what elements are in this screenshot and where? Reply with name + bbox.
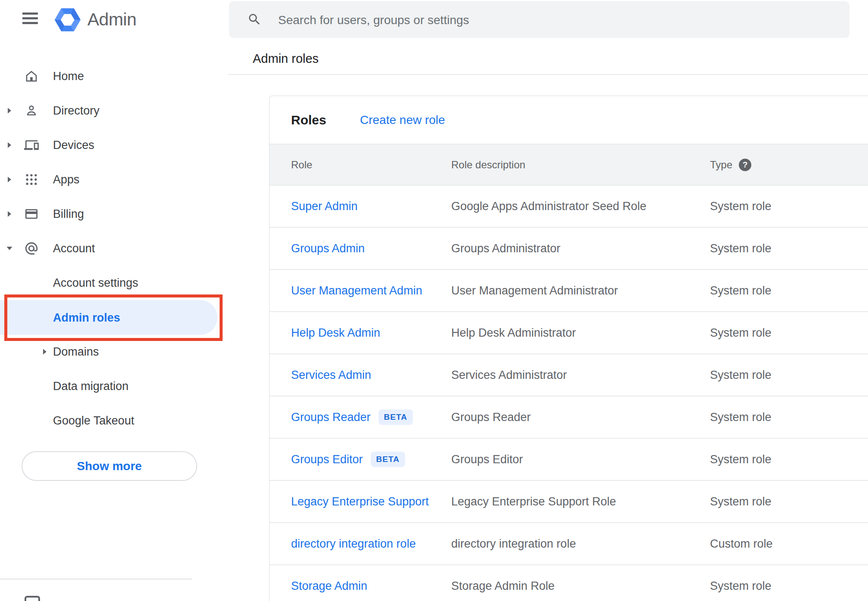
at-sign-icon — [24, 241, 39, 256]
admin-logo-icon[interactable] — [54, 6, 81, 33]
create-new-role-link[interactable]: Create new role — [360, 113, 445, 127]
chevron-right-icon[interactable] — [6, 211, 13, 217]
role-type: System role — [710, 326, 772, 340]
table-row: Legacy Enterprise Support Legacy Enterpr… — [270, 481, 868, 523]
column-header-description: Role description — [451, 159, 525, 171]
person-icon — [24, 103, 39, 118]
role-link[interactable]: Legacy Enterprise Support — [291, 495, 429, 508]
table-row: Groups Reader BETA Groups Reader System … — [270, 397, 868, 439]
sidebar-item-label: Account — [53, 242, 95, 255]
header-divider — [228, 74, 868, 75]
card-title: Roles — [291, 113, 326, 127]
role-link[interactable]: User Management Admin — [291, 284, 422, 297]
role-description: Groups Editor — [451, 453, 523, 466]
role-type: System role — [710, 453, 772, 466]
role-description: User Management Administrator — [451, 284, 618, 297]
roles-card-header: Roles Create new role — [270, 96, 868, 144]
beta-badge: BETA — [371, 452, 405, 467]
table-header-row: Role Role description Type ? — [270, 144, 868, 186]
apps-icon — [24, 172, 39, 187]
role-type: System role — [710, 200, 772, 213]
table-row: Groups Admin Groups Administrator System… — [270, 228, 868, 270]
role-description: Google Apps Administrator Seed Role — [451, 200, 646, 213]
sidebar-item-data-migration[interactable]: Data migration — [0, 369, 228, 403]
clipped-sidebar-icon — [25, 596, 40, 601]
search-bar — [229, 1, 849, 38]
sidebar-item-label: Devices — [53, 139, 94, 152]
sidebar-item-label: Google Takeout — [53, 414, 134, 428]
sidebar-item-label: Apps — [53, 173, 80, 186]
table-row: Storage Admin Storage Admin Role System … — [270, 565, 868, 601]
role-link[interactable]: Help Desk Admin — [291, 326, 380, 340]
chevron-right-icon[interactable] — [41, 348, 48, 355]
sidebar-item-devices[interactable]: Devices — [0, 128, 228, 162]
chevron-right-icon[interactable] — [6, 107, 13, 114]
role-description: Legacy Enterprise Support Role — [451, 495, 616, 508]
table-row: Help Desk Admin Help Desk Administrator … — [270, 312, 868, 354]
sidebar-divider — [0, 579, 192, 579]
role-type: System role — [710, 284, 772, 297]
sidebar-item-account[interactable]: Account — [0, 231, 228, 266]
sidebar-item-directory[interactable]: Directory — [0, 93, 228, 128]
column-header-type: Type — [710, 159, 732, 171]
table-body: Super Admin Google Apps Administrator Se… — [270, 186, 868, 601]
role-link[interactable]: Super Admin — [291, 200, 358, 213]
role-type: System role — [710, 495, 772, 508]
role-link[interactable]: Groups Reader — [291, 411, 371, 424]
admin-console-screen: Admin Admin roles Home Directory Devices — [0, 0, 868, 601]
sidebar-item-label: Directory — [53, 104, 99, 118]
breadcrumb: Admin roles — [253, 52, 319, 66]
chevron-right-icon[interactable] — [6, 176, 13, 183]
role-link[interactable]: Services Admin — [291, 369, 371, 382]
sidebar-item-label: Home — [53, 70, 84, 83]
search-icon[interactable] — [247, 12, 262, 27]
role-type: System role — [710, 411, 772, 424]
role-link[interactable]: Groups Admin — [291, 242, 365, 255]
help-icon[interactable]: ? — [739, 158, 751, 171]
roles-card: Roles Create new role Role Role descript… — [269, 96, 868, 601]
sidebar-item-label: Account settings — [53, 276, 138, 290]
sidebar-item-label: Domains — [53, 345, 99, 359]
beta-badge: BETA — [378, 409, 413, 425]
role-description: Storage Admin Role — [451, 579, 555, 593]
show-more-button[interactable]: Show more — [22, 451, 197, 481]
role-type: System role — [710, 242, 772, 255]
table-row: Groups Editor BETA Groups Editor System … — [270, 439, 868, 481]
devices-icon — [24, 138, 39, 152]
sidebar-item-billing[interactable]: Billing — [0, 197, 228, 231]
sidebar-item-google-takeout[interactable]: Google Takeout — [0, 403, 228, 438]
role-type: System role — [710, 369, 772, 382]
hamburger-menu-icon[interactable] — [22, 12, 38, 24]
role-link[interactable]: directory integration role — [291, 537, 416, 551]
home-icon — [24, 69, 39, 84]
role-link[interactable]: Storage Admin — [291, 579, 367, 593]
app-title: Admin — [87, 9, 136, 30]
role-link[interactable]: Groups Editor — [291, 453, 363, 466]
sidebar-item-home[interactable]: Home — [0, 59, 228, 93]
search-input[interactable] — [277, 1, 830, 39]
role-description: Groups Administrator — [451, 242, 561, 255]
chevron-right-icon[interactable] — [6, 142, 13, 149]
table-row: directory integration role directory int… — [270, 523, 868, 565]
role-description: Services Administrator — [451, 369, 567, 382]
role-type: System role — [710, 579, 772, 593]
credit-card-icon — [24, 207, 39, 221]
role-type: Custom role — [710, 537, 773, 551]
sidebar-item-label: Billing — [53, 208, 84, 221]
annotation-highlight-box — [4, 294, 223, 341]
table-row: User Management Admin User Management Ad… — [270, 270, 868, 312]
role-description: Help Desk Administrator — [451, 326, 576, 340]
sidebar-item-apps[interactable]: Apps — [0, 162, 228, 197]
column-header-role: Role — [291, 159, 312, 171]
sidebar-item-label: Data migration — [53, 380, 129, 393]
chevron-down-icon[interactable] — [6, 245, 13, 252]
role-description: directory integration role — [451, 537, 576, 551]
role-description: Groups Reader — [451, 411, 531, 424]
table-row: Services Admin Services Administrator Sy… — [270, 354, 868, 397]
table-row: Super Admin Google Apps Administrator Se… — [270, 186, 868, 228]
